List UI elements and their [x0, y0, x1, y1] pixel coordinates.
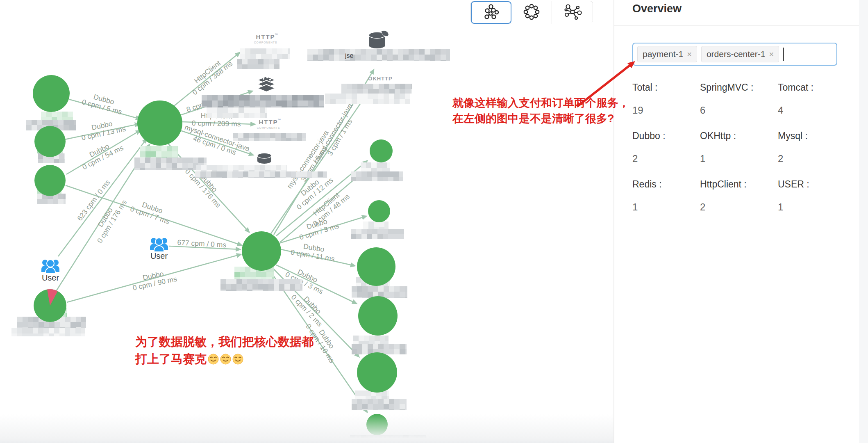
scrollbar-track[interactable]	[859, 0, 868, 443]
edge-label: Dubbo0 cpm / 54 ms	[77, 137, 125, 171]
stat-item: Tomcat :4	[778, 77, 854, 126]
stats-grid: Total :19SpringMVC :6Tomcat :4Dubbo :2OK…	[632, 77, 854, 222]
stat-value: 1	[700, 142, 778, 164]
masked-label	[202, 95, 324, 107]
service-node[interactable]	[357, 352, 397, 393]
svg-text:COMPONENTS: COMPONENTS	[254, 41, 277, 44]
stat-value: 2	[778, 142, 854, 164]
text-cursor	[783, 48, 784, 61]
stat-item: Total :19	[632, 77, 700, 126]
stat-value: 2	[700, 190, 778, 213]
masked-label	[237, 59, 279, 69]
masked-label	[352, 399, 407, 410]
okhttp-node[interactable]: OKHTTP	[368, 75, 392, 82]
stat-value: 6	[700, 93, 778, 116]
masked-label	[307, 49, 450, 61]
masked-label	[207, 107, 267, 118]
user-node[interactable]: User	[41, 260, 59, 282]
stat-label: Mysql :	[778, 126, 854, 142]
okhttp-logo-text: OKHTTP	[368, 75, 392, 82]
svg-text:™: ™	[277, 118, 281, 122]
database-small-node[interactable]	[257, 153, 271, 164]
annotation-masking-note: 为了数据脱敏，我们把核心数据都 打上了马赛克	[135, 333, 314, 368]
service-node[interactable]	[34, 126, 66, 157]
layout-button-force-layout[interactable]	[552, 1, 593, 24]
topology-graph: Dubbo0 cpm / 5 msDubbo0 cpm / 13 msDubbo…	[0, 0, 614, 443]
stat-item: SpringMVC :6	[700, 77, 778, 126]
service-node[interactable]	[33, 75, 70, 112]
stat-label: Redis :	[632, 174, 700, 190]
masked-label	[325, 94, 410, 104]
service-node[interactable]	[358, 296, 398, 336]
masked-label	[353, 336, 389, 344]
stat-value: 2	[632, 142, 700, 164]
masked-label	[363, 222, 389, 229]
layout-button-tree-layout[interactable]	[471, 1, 511, 24]
stat-item: Redis :1	[632, 174, 700, 222]
service-filter-input[interactable]: payment-1×orders-center-1×	[632, 43, 837, 66]
masked-label	[361, 162, 390, 171]
smiley-emoji	[220, 352, 231, 363]
service-node[interactable]	[242, 231, 281, 271]
edge-label: HttpClient0 cpm / 368 ms	[186, 53, 234, 97]
user-node[interactable]: User	[150, 238, 168, 260]
masked-label	[352, 286, 407, 298]
stat-label: Total :	[632, 77, 700, 93]
masked-label	[220, 279, 302, 291]
overview-panel: Overview payment-1×orders-center-1× Tota…	[614, 0, 868, 443]
annotation-line: 在左侧的图中是不是清晰了很多?	[452, 111, 629, 126]
stat-label: OKHttp :	[700, 126, 778, 142]
http-components-node[interactable]: HTTP™COMPONENTS	[254, 33, 278, 44]
edge-label: mysql-connector-java46 cpm / 0 ms	[181, 123, 251, 160]
filter-tag: orders-center-1×	[701, 46, 779, 62]
masked-label	[134, 158, 207, 170]
stat-item: HttpClient :2	[700, 174, 778, 222]
edge-label: Dubbo0 cpm / 90 ms	[130, 267, 178, 292]
redis-node[interactable]	[257, 76, 275, 92]
service-node[interactable]	[34, 289, 66, 322]
masked-label	[351, 171, 403, 181]
masked-label	[41, 112, 73, 121]
service-node[interactable]	[357, 247, 395, 286]
annotation-line: 就像这样输入支付和订单两个服务，	[452, 95, 629, 111]
service-node[interactable]	[368, 200, 390, 222]
page-title: Overview	[632, 2, 682, 15]
smiley-emoji	[208, 352, 219, 363]
force-layout-icon	[563, 4, 582, 22]
service-node[interactable]	[366, 414, 388, 435]
service-node[interactable]	[137, 100, 182, 146]
service-node[interactable]	[370, 139, 393, 162]
masked-label	[140, 146, 178, 158]
title-divider	[614, 25, 868, 26]
service-topology-canvas[interactable]: Dubbo0 cpm / 5 msDubbo0 cpm / 13 msDubbo…	[0, 0, 614, 443]
stat-item: OKHttp :1	[700, 126, 778, 174]
stat-value: 19	[632, 93, 700, 116]
tag-close-icon[interactable]: ×	[769, 50, 774, 58]
masked-label	[196, 165, 287, 171]
layout-button-circular-layout[interactable]	[511, 1, 552, 24]
user-node-label: User	[150, 251, 168, 260]
stat-label: Tomcat :	[778, 77, 854, 93]
annotation-line: 为了数据脱敏，我们把核心数据都	[135, 333, 314, 350]
db-node-tag: jse	[345, 52, 354, 59]
edge-label: Dubbo0 cpm / 11 ms	[290, 240, 337, 263]
annotation-input-hint: 就像这样输入支付和订单两个服务， 在左侧的图中是不是清晰了很多?	[452, 95, 629, 126]
annotation-line: 打上了马赛克	[135, 350, 314, 368]
stat-item: Mysql :2	[778, 126, 854, 174]
edge-label: 677 cpm / 0 ms	[177, 238, 227, 249]
stat-label: USER :	[778, 174, 854, 190]
service-node[interactable]	[34, 165, 66, 196]
filter-tag-label: payment-1	[643, 49, 683, 59]
masked-label	[351, 229, 404, 239]
tag-close-icon[interactable]: ×	[687, 50, 692, 58]
stat-label: SpringMVC :	[700, 77, 778, 93]
stat-item: Dubbo :2	[632, 126, 700, 174]
edge-label: Dubbo0 cpm / 13 ms	[79, 117, 127, 142]
svg-text:COMPONENTS: COMPONENTS	[257, 126, 280, 129]
masked-label	[341, 84, 412, 94]
svg-text:™: ™	[275, 33, 278, 37]
masked-label	[11, 328, 85, 336]
http-components-node[interactable]: HTTP™COMPONENTS	[257, 118, 281, 129]
stat-value: 4	[778, 93, 854, 116]
user-node-label: User	[42, 273, 59, 282]
